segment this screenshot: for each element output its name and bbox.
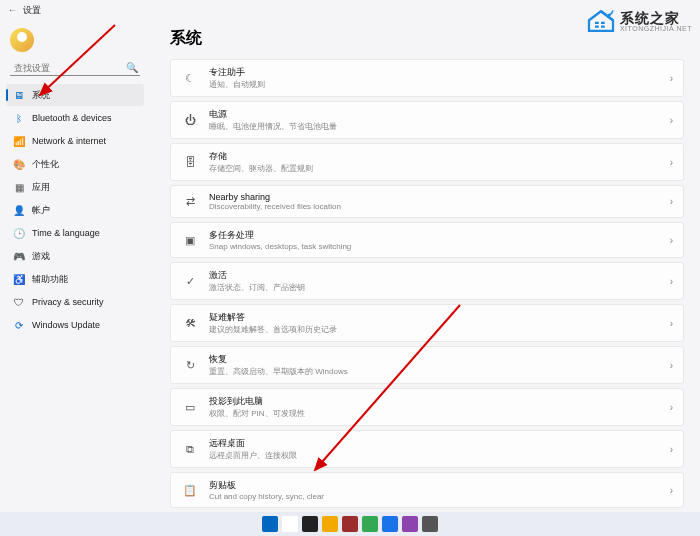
nav-list: 🖥系统ᛒBluetooth & devices📶Network & intern… <box>6 84 144 336</box>
setting-item-6[interactable]: 🛠疑难解答建议的疑难解答、首选项和历史记录› <box>170 304 684 342</box>
svg-rect-1 <box>601 22 605 24</box>
setting-title: 恢复 <box>209 353 670 366</box>
nav-label: Privacy & security <box>32 297 104 307</box>
watermark: 系统之家 XITONGZHIJIA.NET <box>586 8 692 34</box>
taskbar-icon-0[interactable] <box>262 516 278 532</box>
content-area: 🔍 🖥系统ᛒBluetooth & devices📶Network & inte… <box>0 20 700 536</box>
taskbar-icon-2[interactable] <box>302 516 318 532</box>
avatar[interactable] <box>10 28 34 52</box>
setting-icon: ▣ <box>181 231 199 249</box>
nav-item-1[interactable]: ᛒBluetooth & devices <box>6 107 144 129</box>
setting-desc: 睡眠、电池使用情况、节省电池电量 <box>209 121 670 132</box>
nav-item-4[interactable]: ▦应用 <box>6 176 144 198</box>
setting-item-3[interactable]: ⇄Nearby sharingDiscoverability, received… <box>170 185 684 218</box>
search-box[interactable]: 🔍 <box>10 60 140 76</box>
taskbar-icon-7[interactable] <box>402 516 418 532</box>
taskbar-icon-8[interactable] <box>422 516 438 532</box>
setting-desc: 激活状态、订阅、产品密钥 <box>209 282 670 293</box>
setting-desc: 通知、自动规则 <box>209 79 670 90</box>
setting-title: 电源 <box>209 108 670 121</box>
taskbar-icon-3[interactable] <box>322 516 338 532</box>
settings-window: ← 设置 🔍 🖥系统ᛒBluetooth & devices📶Network &… <box>0 0 700 536</box>
nav-icon: ♿ <box>12 272 26 286</box>
setting-item-2[interactable]: 🗄存储存储空间、驱动器、配置规则› <box>170 143 684 181</box>
setting-title: 投影到此电脑 <box>209 395 670 408</box>
nav-icon: 📶 <box>12 134 26 148</box>
nav-icon: 🎨 <box>12 157 26 171</box>
chevron-right-icon: › <box>670 485 673 496</box>
taskbar[interactable] <box>0 512 700 536</box>
setting-item-0[interactable]: ☾专注助手通知、自动规则› <box>170 59 684 97</box>
chevron-right-icon: › <box>670 318 673 329</box>
setting-icon: ☾ <box>181 69 199 87</box>
setting-item-8[interactable]: ▭投影到此电脑权限、配对 PIN、可发现性› <box>170 388 684 426</box>
setting-text: Nearby sharingDiscoverability, received … <box>209 192 670 211</box>
setting-desc: 存储空间、驱动器、配置规则 <box>209 163 670 174</box>
setting-icon: ⧉ <box>181 440 199 458</box>
nav-icon: 👤 <box>12 203 26 217</box>
setting-item-7[interactable]: ↻恢复重置、高级启动、早期版本的 Windows› <box>170 346 684 384</box>
setting-title: 存储 <box>209 150 670 163</box>
nav-item-3[interactable]: 🎨个性化 <box>6 153 144 175</box>
setting-desc: 重置、高级启动、早期版本的 Windows <box>209 366 670 377</box>
setting-text: 投影到此电脑权限、配对 PIN、可发现性 <box>209 395 670 419</box>
setting-icon: ⇄ <box>181 193 199 211</box>
chevron-right-icon: › <box>670 157 673 168</box>
setting-desc: Discoverability, received files location <box>209 202 670 211</box>
setting-item-4[interactable]: ▣多任务处理Snap windows, desktops, task switc… <box>170 222 684 258</box>
sidebar: 🔍 🖥系统ᛒBluetooth & devices📶Network & inte… <box>0 20 150 536</box>
setting-desc: Cut and copy history, sync, clear <box>209 492 670 501</box>
setting-title: 多任务处理 <box>209 229 670 242</box>
nav-item-0[interactable]: 🖥系统 <box>6 84 144 106</box>
nav-label: 辅助功能 <box>32 273 68 286</box>
nav-label: 游戏 <box>32 250 50 263</box>
nav-label: Windows Update <box>32 320 100 330</box>
setting-text: 远程桌面远程桌面用户、连接权限 <box>209 437 670 461</box>
setting-title: 专注助手 <box>209 66 670 79</box>
watermark-url: XITONGZHIJIA.NET <box>620 25 692 32</box>
chevron-right-icon: › <box>670 115 673 126</box>
setting-item-9[interactable]: ⧉远程桌面远程桌面用户、连接权限› <box>170 430 684 468</box>
nav-icon: ᛒ <box>12 111 26 125</box>
settings-list: ☾专注助手通知、自动规则›⏻电源睡眠、电池使用情况、节省电池电量›🗄存储存储空间… <box>170 59 684 536</box>
setting-icon: 🛠 <box>181 314 199 332</box>
setting-icon: ↻ <box>181 356 199 374</box>
setting-text: 激活激活状态、订阅、产品密钥 <box>209 269 670 293</box>
setting-icon: 🗄 <box>181 153 199 171</box>
chevron-right-icon: › <box>670 360 673 371</box>
taskbar-icon-4[interactable] <box>342 516 358 532</box>
nav-item-10[interactable]: ⟳Windows Update <box>6 314 144 336</box>
setting-text: 剪贴板Cut and copy history, sync, clear <box>209 479 670 501</box>
setting-text: 多任务处理Snap windows, desktops, task switch… <box>209 229 670 251</box>
chevron-right-icon: › <box>670 196 673 207</box>
setting-icon: 📋 <box>181 481 199 499</box>
taskbar-icon-6[interactable] <box>382 516 398 532</box>
setting-item-10[interactable]: 📋剪贴板Cut and copy history, sync, clear› <box>170 472 684 508</box>
setting-text: 恢复重置、高级启动、早期版本的 Windows <box>209 353 670 377</box>
chevron-right-icon: › <box>670 235 673 246</box>
nav-item-2[interactable]: 📶Network & internet <box>6 130 144 152</box>
setting-text: 存储存储空间、驱动器、配置规则 <box>209 150 670 174</box>
setting-text: 疑难解答建议的疑难解答、首选项和历史记录 <box>209 311 670 335</box>
setting-desc: 远程桌面用户、连接权限 <box>209 450 670 461</box>
taskbar-icon-5[interactable] <box>362 516 378 532</box>
nav-item-7[interactable]: 🎮游戏 <box>6 245 144 267</box>
setting-text: 电源睡眠、电池使用情况、节省电池电量 <box>209 108 670 132</box>
chevron-right-icon: › <box>670 444 673 455</box>
setting-title: 剪贴板 <box>209 479 670 492</box>
setting-item-1[interactable]: ⏻电源睡眠、电池使用情况、节省电池电量› <box>170 101 684 139</box>
nav-item-8[interactable]: ♿辅助功能 <box>6 268 144 290</box>
nav-icon: 🛡 <box>12 295 26 309</box>
nav-item-5[interactable]: 👤帐户 <box>6 199 144 221</box>
nav-label: Bluetooth & devices <box>32 113 112 123</box>
nav-item-6[interactable]: 🕒Time & language <box>6 222 144 244</box>
search-input[interactable] <box>14 63 126 73</box>
nav-label: Time & language <box>32 228 100 238</box>
setting-icon: ▭ <box>181 398 199 416</box>
house-icon <box>586 8 616 34</box>
taskbar-icon-1[interactable] <box>282 516 298 532</box>
setting-item-5[interactable]: ✓激活激活状态、订阅、产品密钥› <box>170 262 684 300</box>
back-arrow-icon[interactable]: ← <box>8 5 17 15</box>
nav-item-9[interactable]: 🛡Privacy & security <box>6 291 144 313</box>
chevron-right-icon: › <box>670 73 673 84</box>
